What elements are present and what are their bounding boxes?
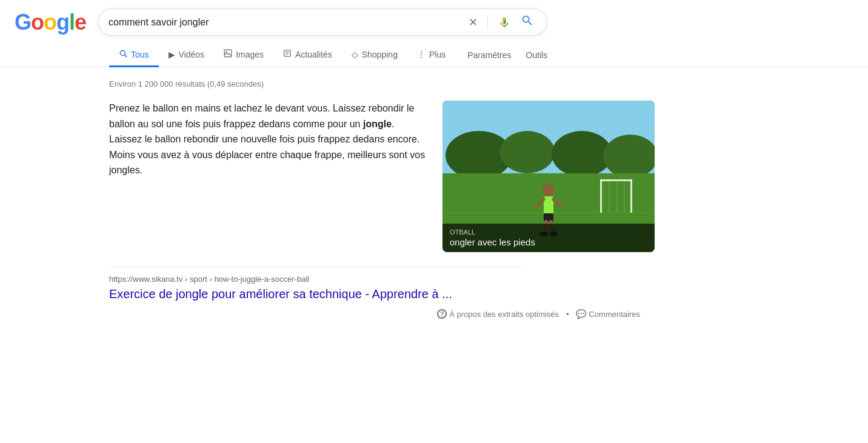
shopping-icon: ◇ [352, 50, 358, 59]
tab-actualites[interactable]: Actualités [273, 43, 342, 67]
svg-rect-17 [600, 179, 632, 181]
logo-letter-g: G [15, 10, 31, 35]
snippet-text: Prenez le ballon en mains et lachez le d… [109, 101, 428, 252]
logo-letter-e: e [75, 10, 86, 35]
snippet-divider [109, 267, 521, 267]
tab-plus[interactable]: ⋮ Plus [407, 44, 455, 67]
tab-videos-label: Vidéos [179, 50, 205, 59]
tab-tous-label: Tous [131, 50, 149, 59]
tab-shopping-label: Shopping [362, 50, 398, 59]
comment-icon: 💬 [576, 309, 586, 319]
result-url: https://www.sikana.tv › sport › how-to-j… [109, 275, 667, 284]
svg-line-1 [125, 55, 127, 57]
snippet-text-bold: jongle [363, 119, 392, 129]
logo-letter-o1: o [31, 10, 44, 35]
logo-letter-l: l [69, 10, 75, 35]
tab-videos[interactable]: ▶ Vidéos [159, 44, 215, 67]
tab-tous[interactable]: Tous [109, 43, 159, 67]
logo-letter-g2: g [56, 10, 69, 35]
tools-label: Outils [526, 50, 548, 60]
comments-label: Commentaires [589, 310, 640, 319]
tab-images-label: Images [236, 50, 264, 59]
search-divider [487, 15, 488, 30]
comments-link[interactable]: 💬 Commentaires [576, 309, 640, 319]
about-icon: ? [437, 309, 447, 319]
tools-link[interactable]: Outils [519, 44, 555, 66]
logo-letter-o2: o [44, 10, 56, 35]
footer-separator: • [566, 310, 569, 319]
results-count: Environ 1 200 000 résultats (0,49 second… [109, 79, 667, 88]
search-tabs: Tous ▶ Vidéos Images Actualités ◇ Shoppi… [0, 38, 868, 67]
tab-images[interactable]: Images [214, 43, 273, 67]
featured-snippet: Prenez le ballon en mains et lachez le d… [109, 101, 655, 252]
tous-icon [119, 49, 127, 59]
search-input[interactable]: comment savoir jongler [109, 17, 461, 28]
about-snippets-link[interactable]: ? À propos des extraits optimisés [437, 309, 559, 319]
voice-search-icon[interactable] [495, 16, 513, 29]
about-label: À propos des extraits optimisés [449, 310, 559, 319]
snippet-image-channel: OTBALL [450, 228, 647, 236]
tab-plus-label: Plus [429, 50, 446, 59]
svg-rect-15 [600, 179, 602, 213]
google-logo: Google [15, 10, 86, 35]
svg-point-11 [552, 131, 612, 177]
settings-label: Paramètres [467, 50, 511, 60]
videos-icon: ▶ [169, 50, 175, 59]
settings-link[interactable]: Paramètres [460, 44, 518, 66]
svg-point-22 [542, 184, 555, 196]
actualites-icon [283, 49, 292, 59]
snippet-image-text: ongler avec les pieds [450, 237, 535, 247]
images-icon [224, 49, 232, 59]
snippet-image-caption: OTBALL ongler avec les pieds [442, 224, 655, 252]
more-icon: ⋮ [417, 50, 426, 59]
search-submit-icon[interactable] [518, 14, 536, 30]
search-bar[interactable]: comment savoir jongler ✕ [98, 8, 547, 36]
svg-rect-16 [630, 179, 632, 213]
clear-search-icon[interactable]: ✕ [466, 16, 480, 29]
svg-point-3 [226, 52, 227, 53]
svg-point-10 [500, 131, 555, 173]
search-result-1: https://www.sikana.tv › sport › how-to-j… [109, 275, 667, 302]
footer-bar: ? À propos des extraits optimisés • 💬 Co… [109, 302, 655, 326]
snippet-image[interactable]: OTBALL ongler avec les pieds [442, 101, 655, 252]
main-content: Environ 1 200 000 résultats (0,49 second… [0, 67, 667, 338]
header: Google comment savoir jongler ✕ [0, 0, 868, 36]
result-title[interactable]: Exercice de jongle pour améliorer sa tec… [109, 287, 452, 301]
tab-shopping[interactable]: ◇ Shopping [342, 44, 407, 67]
tab-actualites-label: Actualités [295, 50, 332, 59]
